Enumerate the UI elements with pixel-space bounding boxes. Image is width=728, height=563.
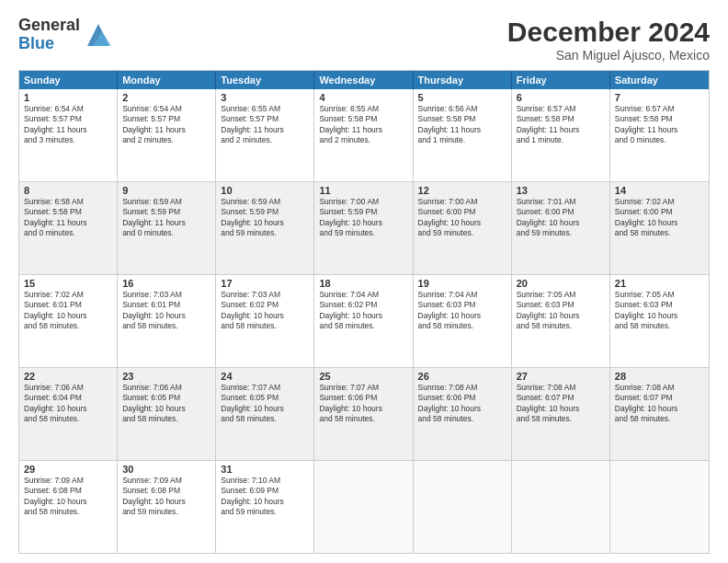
calendar-header: SundayMondayTuesdayWednesdayThursdayFrid…	[19, 71, 709, 89]
logo-general: General	[18, 17, 80, 35]
day-cell-24: 24Sunrise: 7:07 AMSunset: 6:05 PMDayligh…	[216, 368, 314, 460]
cell-info: Sunrise: 7:07 AMSunset: 6:06 PMDaylight:…	[319, 383, 407, 425]
day-cell-26: 26Sunrise: 7:08 AMSunset: 6:06 PMDayligh…	[414, 368, 512, 460]
day-number: 31	[221, 464, 309, 475]
day-cell-25: 25Sunrise: 7:07 AMSunset: 6:06 PMDayligh…	[314, 368, 413, 460]
cell-info: Sunrise: 6:55 AMSunset: 5:57 PMDaylight:…	[221, 104, 309, 146]
logo: General Blue	[18, 17, 113, 53]
day-number: 5	[418, 92, 506, 103]
day-cell-16: 16Sunrise: 7:03 AMSunset: 6:01 PMDayligh…	[118, 275, 216, 367]
calendar-row-5: 29Sunrise: 7:09 AMSunset: 6:08 PMDayligh…	[19, 460, 709, 553]
day-cell-14: 14Sunrise: 7:02 AMSunset: 6:00 PMDayligh…	[610, 182, 709, 274]
header-day-monday: Monday	[118, 71, 216, 89]
day-cell-15: 15Sunrise: 7:02 AMSunset: 6:01 PMDayligh…	[19, 275, 118, 367]
day-cell-13: 13Sunrise: 7:01 AMSunset: 6:00 PMDayligh…	[512, 182, 610, 274]
day-cell-8: 8Sunrise: 6:58 AMSunset: 5:58 PMDaylight…	[19, 182, 118, 274]
day-cell-18: 18Sunrise: 7:04 AMSunset: 6:02 PMDayligh…	[314, 275, 413, 367]
day-cell-11: 11Sunrise: 7:00 AMSunset: 5:59 PMDayligh…	[314, 182, 413, 274]
cell-info: Sunrise: 6:54 AMSunset: 5:57 PMDaylight:…	[24, 104, 112, 146]
cell-info: Sunrise: 6:56 AMSunset: 5:58 PMDaylight:…	[418, 104, 506, 146]
day-cell-9: 9Sunrise: 6:59 AMSunset: 5:59 PMDaylight…	[118, 182, 216, 274]
day-cell-4: 4Sunrise: 6:55 AMSunset: 5:58 PMDaylight…	[314, 89, 413, 181]
cell-info: Sunrise: 6:59 AMSunset: 5:59 PMDaylight:…	[221, 197, 309, 239]
day-cell-5: 5Sunrise: 6:56 AMSunset: 5:58 PMDaylight…	[414, 89, 512, 181]
header-day-sunday: Sunday	[19, 71, 118, 89]
day-number: 29	[24, 464, 112, 475]
day-cell-2: 2Sunrise: 6:54 AMSunset: 5:57 PMDaylight…	[118, 89, 216, 181]
calendar-body: 1Sunrise: 6:54 AMSunset: 5:57 PMDaylight…	[19, 89, 709, 553]
cell-info: Sunrise: 7:04 AMSunset: 6:03 PMDaylight:…	[418, 290, 506, 332]
cell-info: Sunrise: 7:03 AMSunset: 6:02 PMDaylight:…	[221, 290, 309, 332]
logo-blue: Blue	[18, 35, 80, 53]
header-day-wednesday: Wednesday	[314, 71, 413, 89]
calendar-row-3: 15Sunrise: 7:02 AMSunset: 6:01 PMDayligh…	[19, 274, 709, 367]
cell-info: Sunrise: 7:06 AMSunset: 6:05 PMDaylight:…	[122, 383, 210, 425]
cell-info: Sunrise: 7:05 AMSunset: 6:03 PMDaylight:…	[615, 290, 704, 332]
day-number: 19	[418, 278, 506, 289]
subtitle: San Miguel Ajusco, Mexico	[507, 48, 710, 63]
day-cell-3: 3Sunrise: 6:55 AMSunset: 5:57 PMDaylight…	[216, 89, 314, 181]
cell-info: Sunrise: 7:10 AMSunset: 6:09 PMDaylight:…	[221, 476, 309, 518]
day-number: 28	[615, 371, 704, 382]
day-number: 12	[418, 185, 506, 196]
day-cell-22: 22Sunrise: 7:06 AMSunset: 6:04 PMDayligh…	[19, 368, 118, 460]
page: General Blue December 2024 San Miguel Aj…	[0, 0, 728, 563]
day-cell-21: 21Sunrise: 7:05 AMSunset: 6:03 PMDayligh…	[610, 275, 709, 367]
calendar-row-2: 8Sunrise: 6:58 AMSunset: 5:58 PMDaylight…	[19, 181, 709, 274]
cell-info: Sunrise: 7:00 AMSunset: 5:59 PMDaylight:…	[319, 197, 407, 239]
calendar: SundayMondayTuesdayWednesdayThursdayFrid…	[18, 70, 710, 554]
cell-info: Sunrise: 6:59 AMSunset: 5:59 PMDaylight:…	[122, 197, 210, 239]
title-block: December 2024 San Miguel Ajusco, Mexico	[507, 17, 710, 63]
day-number: 18	[319, 278, 407, 289]
cell-info: Sunrise: 7:04 AMSunset: 6:02 PMDaylight:…	[319, 290, 407, 332]
day-cell-23: 23Sunrise: 7:06 AMSunset: 6:05 PMDayligh…	[118, 368, 216, 460]
day-number: 27	[517, 371, 605, 382]
day-number: 30	[122, 464, 210, 475]
day-cell-10: 10Sunrise: 6:59 AMSunset: 5:59 PMDayligh…	[216, 182, 314, 274]
day-number: 9	[122, 185, 210, 196]
day-number: 2	[122, 92, 210, 103]
cell-info: Sunrise: 7:08 AMSunset: 6:07 PMDaylight:…	[615, 383, 704, 425]
day-cell-28: 28Sunrise: 7:08 AMSunset: 6:07 PMDayligh…	[610, 368, 709, 460]
cell-info: Sunrise: 6:54 AMSunset: 5:57 PMDaylight:…	[122, 104, 210, 146]
day-number: 21	[615, 278, 704, 289]
cell-info: Sunrise: 7:01 AMSunset: 6:00 PMDaylight:…	[517, 197, 605, 239]
day-number: 11	[319, 185, 407, 196]
day-number: 10	[221, 185, 309, 196]
cell-info: Sunrise: 6:58 AMSunset: 5:58 PMDaylight:…	[24, 197, 112, 239]
day-number: 8	[24, 185, 112, 196]
logo-text: General Blue	[18, 17, 80, 53]
cell-info: Sunrise: 7:02 AMSunset: 6:00 PMDaylight:…	[615, 197, 704, 239]
day-number: 20	[517, 278, 605, 289]
header-day-friday: Friday	[512, 71, 610, 89]
day-number: 15	[24, 278, 112, 289]
day-cell-17: 17Sunrise: 7:03 AMSunset: 6:02 PMDayligh…	[216, 275, 314, 367]
day-number: 1	[24, 92, 112, 103]
cell-info: Sunrise: 7:08 AMSunset: 6:06 PMDaylight:…	[418, 383, 506, 425]
day-cell-1: 1Sunrise: 6:54 AMSunset: 5:57 PMDaylight…	[19, 89, 118, 181]
day-cell-30: 30Sunrise: 7:09 AMSunset: 6:08 PMDayligh…	[118, 461, 216, 553]
day-cell-19: 19Sunrise: 7:04 AMSunset: 6:03 PMDayligh…	[414, 275, 512, 367]
cell-info: Sunrise: 7:09 AMSunset: 6:08 PMDaylight:…	[24, 476, 112, 518]
cell-info: Sunrise: 7:06 AMSunset: 6:04 PMDaylight:…	[24, 383, 112, 425]
calendar-row-4: 22Sunrise: 7:06 AMSunset: 6:04 PMDayligh…	[19, 367, 709, 460]
day-number: 16	[122, 278, 210, 289]
day-number: 24	[221, 371, 309, 382]
cell-info: Sunrise: 7:09 AMSunset: 6:08 PMDaylight:…	[122, 476, 210, 518]
empty-cell	[314, 461, 413, 553]
month-title: December 2024	[507, 17, 710, 48]
logo-icon	[84, 20, 113, 50]
cell-info: Sunrise: 6:55 AMSunset: 5:58 PMDaylight:…	[319, 104, 407, 146]
day-cell-29: 29Sunrise: 7:09 AMSunset: 6:08 PMDayligh…	[19, 461, 118, 553]
day-number: 6	[517, 92, 605, 103]
cell-info: Sunrise: 7:05 AMSunset: 6:03 PMDaylight:…	[517, 290, 605, 332]
day-number: 25	[319, 371, 407, 382]
header: General Blue December 2024 San Miguel Aj…	[18, 17, 710, 63]
empty-cell	[610, 461, 709, 553]
cell-info: Sunrise: 7:03 AMSunset: 6:01 PMDaylight:…	[122, 290, 210, 332]
header-day-saturday: Saturday	[610, 71, 709, 89]
cell-info: Sunrise: 7:08 AMSunset: 6:07 PMDaylight:…	[517, 383, 605, 425]
day-number: 26	[418, 371, 506, 382]
day-number: 23	[122, 371, 210, 382]
day-number: 17	[221, 278, 309, 289]
